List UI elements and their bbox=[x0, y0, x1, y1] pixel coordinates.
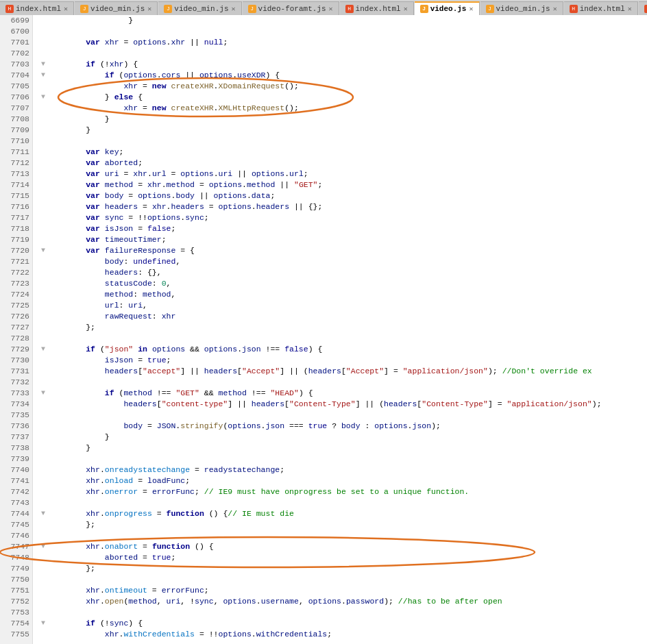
close-icon[interactable]: ✕ bbox=[469, 5, 473, 13]
ln-7721: 7721 bbox=[0, 256, 29, 267]
ln-7719: 7719 bbox=[0, 234, 29, 245]
code-line-7713: var uri = xhr.url = options.uri || optio… bbox=[38, 169, 647, 179]
code-line-7725: url: uri, bbox=[38, 300, 647, 311]
tab-video-foramt[interactable]: J video-foramt.js ✕ bbox=[243, 1, 339, 15]
ln-7707: 7707 bbox=[0, 103, 29, 114]
ln-7747: 7747 bbox=[0, 541, 29, 552]
code-line-7730: isJson = true; bbox=[38, 355, 647, 366]
tab-index-html-4[interactable]: H index.html ✕ bbox=[639, 1, 647, 15]
js-icon: J bbox=[486, 5, 494, 13]
ln-7741: 7741 bbox=[0, 475, 29, 486]
tab-video-min-1[interactable]: J video_min.js ✕ bbox=[75, 1, 158, 15]
ln-7750: 7750 bbox=[0, 574, 29, 585]
code-line-7709: } bbox=[38, 125, 647, 136]
js-icon: J bbox=[248, 5, 256, 13]
close-icon[interactable]: ✕ bbox=[147, 5, 151, 13]
code-line-7726: rawRequest: xhr bbox=[38, 311, 647, 322]
close-icon[interactable]: ✕ bbox=[404, 5, 408, 13]
close-icon[interactable]: ✕ bbox=[232, 5, 236, 13]
tab-video-min-2[interactable]: J video_min.js ✕ bbox=[158, 1, 241, 15]
tab-index-html-2[interactable]: H index.html ✕ bbox=[340, 1, 414, 15]
code-line-7703: ▼ if (!xhr) { bbox=[38, 59, 647, 70]
ln-7751: 7751 bbox=[0, 585, 29, 596]
code-line-7735 bbox=[38, 410, 647, 421]
ln-7712: 7712 bbox=[0, 158, 29, 169]
code-line-7749: }; bbox=[38, 563, 647, 574]
close-icon[interactable]: ✕ bbox=[329, 5, 333, 13]
line-numbers: 6699 6700 7701 7702 7703 7704 7705 7706 … bbox=[0, 15, 33, 644]
code-area: 6699 6700 7701 7702 7703 7704 7705 7706 … bbox=[0, 15, 647, 644]
code-line-7745: }; bbox=[38, 519, 647, 530]
code-line-7724: method: method, bbox=[38, 289, 647, 300]
code-line-7706: ▼ } else { bbox=[38, 92, 647, 103]
code-line-7714: var method = xhr.method = options.method… bbox=[38, 179, 647, 190]
close-icon[interactable]: ✕ bbox=[553, 5, 557, 13]
code-line-7727: }; bbox=[38, 322, 647, 333]
ln-7716: 7716 bbox=[0, 201, 29, 212]
code-line-7755: xhr.withCredentials = !!options.withCred… bbox=[38, 629, 647, 640]
code-line-7723: statusCode: 0, bbox=[38, 278, 647, 289]
tab-video-min-3[interactable]: J video_min.js ✕ bbox=[480, 1, 563, 15]
code-line-7717: var sync = !!options.sync; bbox=[38, 212, 647, 223]
tab-index-html-1[interactable]: H index.html ✕ bbox=[0, 1, 74, 15]
code-line-7710 bbox=[38, 136, 647, 147]
code-line-7716: var headers = xhr.headers = options.head… bbox=[38, 201, 647, 212]
code-line-7705: xhr = new createXHR.XDomainRequest(); bbox=[38, 81, 647, 92]
code-line-7751: xhr.ontimeout = errorFunc; bbox=[38, 585, 647, 596]
tab-bar[interactable]: H index.html ✕ J video_min.js ✕ J video_… bbox=[0, 0, 647, 15]
ln-7702: 7702 bbox=[0, 48, 29, 59]
tab-label: video.js bbox=[430, 5, 467, 13]
code-line-7722: headers: {}, bbox=[38, 267, 647, 278]
ln-7701: 7701 bbox=[0, 37, 29, 48]
ln-7718: 7718 bbox=[0, 223, 29, 234]
ln-7734: 7734 bbox=[0, 399, 29, 410]
ln-7725: 7725 bbox=[0, 300, 29, 311]
close-icon[interactable]: ✕ bbox=[628, 5, 632, 13]
html-icon: H bbox=[345, 5, 354, 13]
code-editor: 6699 6700 7701 7702 7703 7704 7705 7706 … bbox=[0, 15, 647, 644]
ln-7740: 7740 bbox=[0, 465, 29, 475]
tab-label: video_min.js bbox=[90, 5, 145, 13]
ln-7703: 7703 bbox=[0, 59, 29, 70]
ln-7711: 7711 bbox=[0, 147, 29, 158]
ln-7724: 7724 bbox=[0, 289, 29, 300]
ln-7731: 7731 bbox=[0, 366, 29, 377]
tab-label: video_min.js bbox=[174, 5, 228, 13]
code-line-6700 bbox=[38, 26, 647, 37]
ln-7729: 7729 bbox=[0, 344, 29, 355]
html-icon: H bbox=[570, 5, 578, 13]
ln-7710: 7710 bbox=[0, 136, 29, 147]
html-icon: H bbox=[5, 5, 14, 13]
code-line-7712: var aborted; bbox=[38, 158, 647, 169]
tab-label: video-foramt.js bbox=[258, 5, 326, 13]
code-line-7743 bbox=[38, 497, 647, 508]
code-line-7704: ▼ if (options.cors || options.useXDR) { bbox=[38, 70, 647, 81]
tab-label: index.html bbox=[580, 5, 625, 13]
ln-6700: 6700 bbox=[0, 26, 29, 37]
tab-label: video_min.js bbox=[496, 5, 550, 13]
ln-7746: 7746 bbox=[0, 530, 29, 541]
code-line-7707: xhr = new createXHR.XMLHttpRequest(); bbox=[38, 103, 647, 114]
ln-7738: 7738 bbox=[0, 443, 29, 454]
tab-label: index.html bbox=[16, 5, 61, 13]
code-content[interactable]: } var xhr = options.xhr || null; bbox=[33, 15, 647, 644]
code-line-7746 bbox=[38, 530, 647, 541]
ln-7744: 7744 bbox=[0, 508, 29, 519]
ln-7753: 7753 bbox=[0, 607, 29, 618]
code-line-7729: ▼ if ("json" in options && options.json … bbox=[38, 344, 647, 355]
html-icon: H bbox=[644, 5, 647, 13]
code-line-7752: xhr.open(method, uri, !sync, options.use… bbox=[38, 596, 647, 607]
ln-7723: 7723 bbox=[0, 278, 29, 289]
tab-video-js[interactable]: J video.js ✕ bbox=[415, 1, 480, 15]
ln-7737: 7737 bbox=[0, 432, 29, 443]
code-line-6699: } bbox=[38, 15, 647, 26]
tab-index-html-3[interactable]: H index.html ✕ bbox=[564, 1, 638, 15]
code-line-7741: xhr.onload = loadFunc; bbox=[38, 475, 647, 486]
close-icon[interactable]: ✕ bbox=[64, 5, 68, 13]
code-line-7738: } bbox=[38, 443, 647, 454]
code-line-7720: ▼ var failureResponse = { bbox=[38, 245, 647, 256]
code-line-7734: headers["content-type"] || headers["Cont… bbox=[38, 399, 647, 410]
js-icon: J bbox=[164, 5, 172, 13]
tab-label: index.html bbox=[356, 5, 401, 13]
ln-7735: 7735 bbox=[0, 410, 29, 421]
